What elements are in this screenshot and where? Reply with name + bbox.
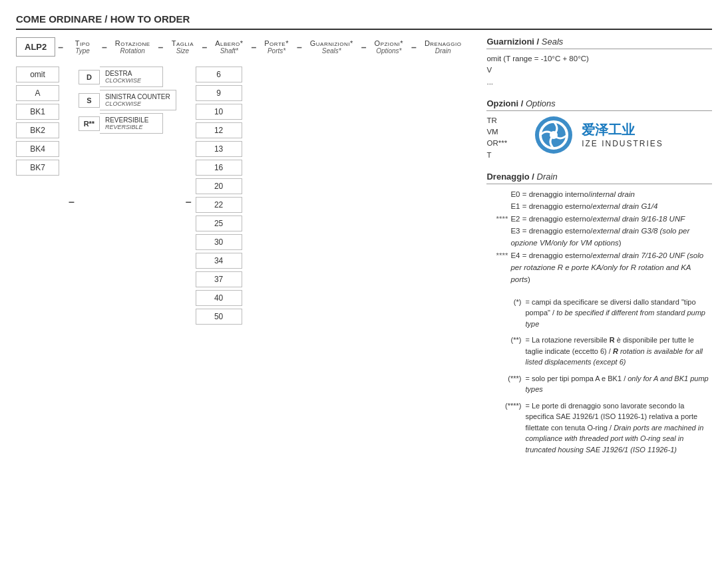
footnote-2-key: (**) — [486, 335, 521, 368]
drain-E2: **** E2 = drenaggio esterno/external dra… — [486, 213, 712, 225]
taglia-40: 40 — [196, 290, 242, 306]
sep2: – — [99, 42, 110, 53]
opzioni-TR: TR — [486, 115, 507, 126]
info-section: Guarnizioni / Seals omit (T range = -10°… — [466, 37, 712, 460]
tipo-A: A — [16, 85, 59, 101]
guarnizioni-V: V — [486, 65, 712, 76]
footnote-4-key: (****) — [486, 400, 521, 456]
footnote-1-val: = campi da specificare se diversi dallo … — [525, 297, 712, 330]
drain-E2-prefix: **** — [486, 213, 508, 225]
taglia-50: 50 — [196, 309, 242, 325]
guarnizioni-title: Guarnizioni / Seals — [486, 37, 712, 49]
drain-E1-text: E1 = drenaggio esterno/external drain G1… — [510, 200, 657, 212]
rot-row-R: R** REVERSIBILE REVERSIBLE — [79, 113, 176, 134]
logo-icon — [534, 115, 574, 155]
taglia-6: 6 — [196, 67, 242, 82]
drain-E0-prefix — [486, 188, 508, 200]
tipo-header: Tipo Type — [66, 37, 99, 57]
sep5: – — [248, 42, 259, 53]
col-sep-2: – — [182, 196, 196, 208]
logo-chinese: 爱泽工业 — [582, 121, 663, 139]
tipo-omit: omit — [16, 67, 59, 82]
sep4: – — [199, 42, 210, 53]
drain-E0-text: E0 = drenaggio interno/internal drain — [510, 188, 634, 200]
footnote-1-key: (*) — [486, 297, 521, 330]
rot-code-S: S — [79, 93, 100, 108]
taglia-10: 10 — [196, 104, 242, 120]
rot-row-S: S SINISTRA COUNTER CLOCKWISE — [79, 90, 176, 110]
opzioni-block: Opzioni / Options TR VM OR*** T — [486, 98, 712, 161]
guarnizioni-header: Guarnizioni* Seals* — [305, 37, 359, 57]
col-sep-1: – — [65, 196, 79, 208]
sep6: – — [294, 42, 305, 53]
drain-E2-text: E2 = drenaggio esterno/external drain 9/… — [510, 213, 685, 225]
drenaggio-block: Drenaggio / Drain E0 = drenaggio interno… — [486, 172, 712, 286]
taglia-header: Taglia Size — [166, 37, 199, 57]
opzioni-VM: VM — [486, 126, 507, 138]
footnote-3-key: (***) — [486, 373, 521, 395]
sep7: – — [359, 42, 369, 53]
tipo-BK1: BK1 — [16, 104, 59, 120]
albero-header: Albero* Shaft* — [210, 37, 248, 57]
rotazione-header: Rotazione Rotation — [110, 37, 156, 57]
taglia-20: 20 — [196, 178, 242, 194]
taglia-12: 12 — [196, 122, 242, 138]
rot-code-R: R** — [79, 116, 100, 131]
drenaggio-title: Drenaggio / Drain — [486, 172, 712, 184]
guarnizioni-dots: ... — [486, 76, 712, 88]
drain-E1: E1 = drenaggio esterno/external drain G1… — [486, 200, 712, 212]
logo-area: 爱泽工业 IZE INDUSTRIES — [534, 115, 663, 155]
footnote-4-val: = Le porte di drenaggio sono lavorate se… — [525, 400, 712, 456]
opzioni-T: T — [486, 150, 507, 161]
footnote-3-val: = solo per tipi pompa A e BK1 / only for… — [525, 373, 712, 395]
rotazione-column: D DESTRA CLOCKWISE S SINISTRA COUNTER CL… — [79, 67, 176, 134]
drain-E1-prefix — [486, 200, 508, 212]
logo-english: IZE INDUSTRIES — [582, 139, 663, 148]
footnote-1: (*) = campi da specificare se diversi da… — [486, 297, 712, 330]
drain-entries: E0 = drenaggio interno/internal drain E1… — [486, 188, 712, 286]
drain-E0: E0 = drenaggio interno/internal drain — [486, 188, 712, 200]
tipo-BK4: BK4 — [16, 141, 59, 157]
rot-row-D: D DESTRA CLOCKWISE — [79, 67, 176, 87]
taglia-34: 34 — [196, 253, 242, 269]
page-title: COME ORDINARE / HOW TO ORDER — [16, 13, 712, 30]
opzioni-header: Opzioni* Options* — [369, 37, 409, 57]
porte-header: Porte* Ports* — [259, 37, 294, 57]
guarnizioni-block: Guarnizioni / Seals omit (T range = -10°… — [486, 37, 712, 88]
taglia-37: 37 — [196, 271, 242, 287]
taglia-25: 25 — [196, 216, 242, 231]
opzioni-OR: OR*** — [486, 138, 507, 149]
footnote-3: (***) = solo per tipi pompa A e BK1 / on… — [486, 373, 712, 395]
opzioni-title: Opzioni / Options — [486, 98, 712, 111]
order-section: ALP2 – Tipo Type – Rotazione Rotation – … — [16, 37, 466, 460]
tipo-column: omit A BK1 BK2 BK4 BK7 — [16, 67, 59, 176]
rot-desc-S: SINISTRA COUNTER CLOCKWISE — [100, 90, 176, 110]
rot-desc-D: DESTRA CLOCKWISE — [100, 67, 163, 87]
drain-E4-text: E4 = drenaggio esterno/external drain 7/… — [510, 249, 712, 286]
taglia-column: 6 9 10 12 13 16 20 22 25 30 34 37 40 50 — [196, 67, 242, 325]
tipo-BK2: BK2 — [16, 122, 59, 138]
taglia-13: 13 — [196, 141, 242, 157]
footnote-4: (****) = Le porte di drenaggio sono lavo… — [486, 400, 712, 456]
sep3: – — [156, 42, 166, 53]
tipo-BK7: BK7 — [16, 160, 59, 176]
drain-E4: **** E4 = drenaggio esterno/external dra… — [486, 249, 712, 286]
taglia-30: 30 — [196, 234, 242, 250]
header-row: ALP2 – Tipo Type – Rotazione Rotation – … — [16, 37, 466, 57]
guarnizioni-omit: omit (T range = -10°C + 80°C) — [486, 53, 712, 65]
footnote-section: (*) = campi da specificare se diversi da… — [486, 297, 712, 456]
columns-row: omit A BK1 BK2 BK4 BK7 – D DESTRA CLOCKW… — [16, 67, 466, 325]
sep1: – — [55, 42, 66, 53]
drain-E3-text: E3 = drenaggio esterno/external drain G3… — [510, 225, 712, 249]
footnote-2: (**) = La rotazione reversibile R è disp… — [486, 335, 712, 368]
rot-desc-R: REVERSIBILE REVERSIBLE — [100, 113, 163, 134]
drain-E4-prefix: **** — [486, 249, 508, 286]
footnote-2-val: = La rotazione reversibile R è disponibi… — [525, 335, 712, 368]
taglia-16: 16 — [196, 160, 242, 176]
drain-E3-prefix — [486, 225, 508, 249]
taglia-22: 22 — [196, 197, 242, 213]
sep8: – — [409, 42, 419, 53]
drenaggio-header: Drenaggio Drain — [419, 37, 467, 57]
alp2-label: ALP2 — [16, 37, 55, 57]
drain-E3: E3 = drenaggio esterno/external drain G3… — [486, 225, 712, 249]
